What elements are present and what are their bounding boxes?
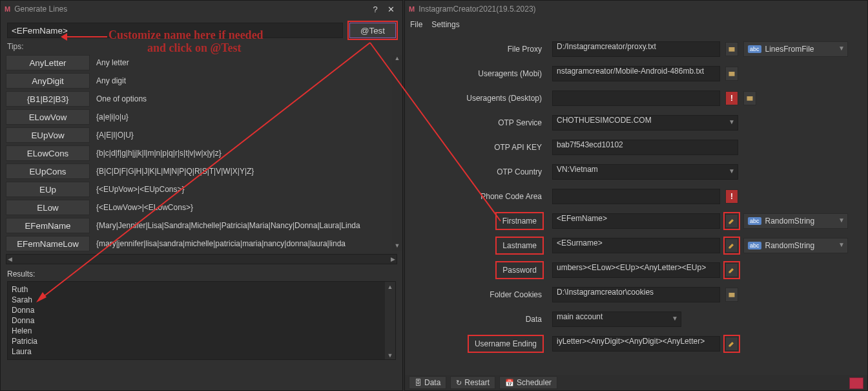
tip-row: ELowCons{b|c|d|f|g|h|j|k|l|m|n|p|q|r|s|t… — [6, 145, 397, 161]
tip-desc: One of options — [96, 94, 147, 103]
firstname-input[interactable]: <EFemName> — [552, 213, 720, 229]
edit-icon[interactable] — [725, 263, 738, 277]
tip-row: AnyLetterAny letter — [6, 55, 397, 70]
result-item: Helen — [12, 326, 391, 336]
otp-country-label: OTP Country — [411, 167, 547, 176]
menu-settings[interactable]: Settings — [431, 20, 459, 29]
record-button[interactable] — [849, 377, 863, 389]
test-button[interactable]: @Test — [349, 23, 396, 38]
tip-eupcons[interactable]: EUpCons — [6, 164, 90, 179]
lastname-label: Lastname — [497, 238, 542, 253]
left-title: Generate Lines — [14, 5, 67, 14]
lastname-input[interactable]: <ESurname> — [552, 238, 720, 253]
edit-icon[interactable] — [725, 337, 738, 351]
instagram-creator-window: M InstagramCreator2021(19.5.2023) File S… — [404, 0, 868, 391]
tip-row: EFemNameLow{mary|jennifer|lisa|sandra|mi… — [6, 236, 397, 251]
tip-elowcons[interactable]: ELowCons — [6, 145, 90, 161]
otp-api-key-label: OTP API KEY — [411, 143, 547, 152]
result-item: Donna — [12, 315, 391, 326]
scroll-left-icon[interactable]: ◀ — [8, 256, 12, 262]
data-label: Data — [411, 315, 547, 324]
tip-row: EUpCons{B|C|D|F|G|H|J|K|L|M|N|P|Q|R|S|T|… — [6, 164, 397, 179]
lastname-type-select[interactable]: abcRandomString▼ — [743, 238, 848, 253]
name-input-row: @Test — [1, 17, 402, 41]
tip-desc: {B|C|D|F|G|H|J|K|L|M|N|P|Q|R|S|T|V|W|X|Y… — [96, 167, 254, 176]
browse-icon[interactable] — [743, 91, 756, 105]
restart-button[interactable]: ↻Restart — [450, 376, 495, 389]
username-ending-label: Username Ending — [470, 337, 542, 351]
tip-row: ELow{<ELowVow>|<ELowCons>} — [6, 200, 397, 215]
result-item: Ruth — [12, 284, 391, 295]
browse-icon[interactable] — [725, 288, 738, 302]
tip-elow[interactable]: ELow — [6, 200, 90, 215]
tip-desc: Any digit — [96, 76, 126, 85]
firstname-type-select[interactable]: abcRandomString▼ — [743, 213, 848, 229]
restart-icon: ↻ — [456, 379, 462, 387]
tip-desc: Any letter — [96, 58, 129, 67]
phone-code-area-input[interactable] — [552, 189, 720, 204]
tip-eupvow[interactable]: EUpVow — [6, 127, 90, 143]
otp-service-label: OTP Service — [411, 118, 547, 127]
tip-row: ELowVow{a|e|i|o|u} — [6, 109, 397, 125]
folder-cookies-label: Folder Cookies — [411, 290, 547, 299]
data-select[interactable]: main account▼ — [552, 312, 681, 327]
tip-row: EFemName{Mary|Jennifer|Lisa|Sandra|Miche… — [6, 218, 397, 233]
settings-form: File Proxy D:/Instagramcreator/proxy.txt… — [405, 32, 867, 356]
close-button[interactable]: ✕ — [383, 5, 398, 14]
tip-eup[interactable]: EUp — [6, 182, 90, 197]
password-label: Password — [497, 263, 542, 277]
warning-icon[interactable]: ! — [725, 91, 738, 105]
folder-cookies-input[interactable]: D:\Instagramcreator\cookies — [552, 287, 720, 302]
results-vscroll[interactable]: ▲▼ — [385, 282, 395, 359]
svg-rect-0 — [729, 47, 735, 52]
tip-options[interactable]: {B1|B2|B3} — [6, 91, 90, 107]
result-item: Donna — [12, 305, 391, 315]
svg-rect-3 — [729, 293, 735, 297]
tip-desc: {Mary|Jennifer|Lisa|Sandra|Michelle|Patr… — [96, 221, 360, 230]
help-button[interactable]: ? — [367, 5, 383, 14]
generate-lines-window: M Generate Lines ? ✕ @Test Tips: AnyLett… — [0, 0, 403, 391]
browse-icon[interactable] — [725, 67, 738, 81]
file-proxy-type-select[interactable]: abcLinesFromFile▼ — [743, 41, 848, 57]
name-input[interactable] — [7, 23, 343, 38]
tip-desc: {<ELowVow>|<ELowCons>} — [96, 203, 193, 212]
useragents-mobi-label: Useragents (Mobi) — [411, 69, 547, 78]
password-input[interactable]: umbers><ELow><EUp><AnyLetter><EUp> — [552, 262, 720, 278]
result-item: Laura — [12, 346, 391, 357]
app-icon: M — [5, 5, 10, 13]
calendar-icon: 📅 — [505, 379, 514, 387]
useragents-desktop-input[interactable] — [552, 90, 720, 106]
edit-icon[interactable] — [725, 214, 738, 228]
scheduler-button[interactable]: 📅Scheduler — [499, 376, 557, 389]
edit-icon[interactable] — [725, 238, 738, 253]
otp-service-select[interactable]: CHOTHUESIMCODE.COM▼ — [552, 115, 738, 131]
username-ending-input[interactable]: iyLetter><AnyDigit><AnyDigit><AnyLetter> — [552, 336, 720, 352]
tip-elowvow[interactable]: ELowVow — [6, 109, 90, 125]
useragents-mobi-input[interactable]: nstagramcreator/Mobile-Android-486mb.txt — [552, 66, 720, 81]
otp-api-key-input[interactable]: bab7f543ecd10102 — [552, 140, 738, 155]
right-title: InstagramCreator2021(19.5.2023) — [418, 5, 535, 14]
app-icon: M — [409, 5, 415, 13]
scroll-right-icon[interactable]: ▶ — [391, 256, 395, 262]
file-proxy-label: File Proxy — [411, 45, 547, 54]
svg-rect-1 — [729, 72, 735, 76]
tips-hscroll[interactable]: ◀ ▶ — [6, 254, 397, 264]
tip-anydigit[interactable]: AnyDigit — [6, 73, 90, 89]
data-tab-button[interactable]: 🗄Data — [409, 376, 446, 389]
tips-label: Tips: — [1, 41, 402, 55]
tip-row: EUp{<EUpVow>|<EUpCons>} — [6, 182, 397, 197]
tips-list: AnyLetterAny letter AnyDigitAny digit {B… — [1, 55, 402, 251]
otp-country-select[interactable]: VN:Vietnam▼ — [552, 164, 738, 180]
tip-desc: {A|E|I|O|U} — [96, 131, 134, 140]
warning-icon[interactable]: ! — [725, 189, 738, 204]
file-proxy-input[interactable]: D:/Instagramcreator/proxy.txt — [552, 41, 720, 57]
results-box: Ruth Sarah Donna Donna Helen Patricia La… — [7, 281, 396, 360]
tips-vscroll[interactable]: ▲▼ — [392, 55, 402, 251]
menu-file[interactable]: File — [410, 20, 422, 29]
tip-efemname[interactable]: EFemName — [6, 218, 90, 233]
tip-efemnamelow[interactable]: EFemNameLow — [6, 236, 90, 251]
tip-anyletter[interactable]: AnyLetter — [6, 55, 90, 70]
browse-icon[interactable] — [725, 42, 738, 56]
svg-rect-2 — [747, 96, 753, 101]
bottom-toolbar: 🗄Data ↻Restart 📅Scheduler — [405, 375, 867, 390]
